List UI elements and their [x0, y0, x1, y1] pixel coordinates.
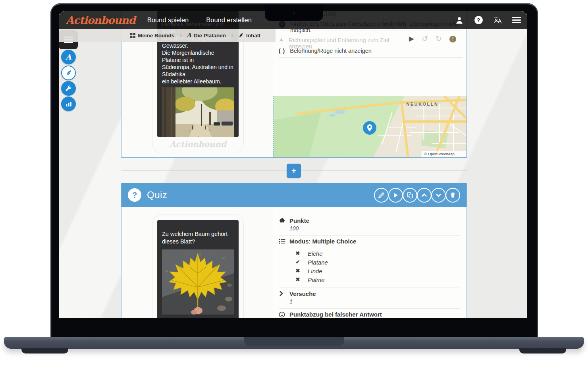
laptop-foot: [519, 348, 566, 353]
attempts-label: Versuche: [289, 290, 461, 297]
quiz-title: Quiz: [147, 189, 167, 201]
answer-options: ✖ Eiche ✔ Platane ✖ Linde: [289, 249, 461, 284]
cross-icon: ✖: [295, 276, 301, 282]
delete-button[interactable]: [445, 188, 460, 203]
mode-row: Modus: Multiple Choice ✖ Eiche ✔ Platane: [279, 236, 461, 288]
cross-icon: ✖: [295, 268, 301, 274]
check-icon: ✔: [295, 259, 301, 265]
navbar-menu-icon[interactable]: [512, 16, 521, 25]
camera-dot: [293, 12, 295, 14]
divider: [279, 31, 463, 31]
location-arrow-icon: [279, 37, 284, 43]
quiz-question-text: Zu welchem Baum gehört dieses Blatt?: [162, 230, 234, 245]
quiz-body: Zu welchem Baum gehört dieses Blatt?: [121, 207, 467, 318]
list-icon: [279, 238, 285, 246]
setting-text: Belohnung/Rüge nicht anzeigen: [290, 48, 372, 54]
points-value: 100: [289, 225, 461, 232]
sidebar-content-button[interactable]: [61, 66, 76, 80]
laptop-base-notch: [244, 337, 344, 346]
move-down-button[interactable]: [431, 188, 446, 203]
phone-text-line: Südeuropa, Australien und in Südafrika: [162, 64, 234, 78]
map-widget[interactable]: NEUKÖLLN © OpenStreetMap: [273, 96, 467, 158]
breadcrumb-label: Inhalt: [246, 33, 260, 39]
laptop-foot: [21, 348, 68, 353]
map-attribution: © OpenStreetMap: [424, 152, 454, 156]
bar-chart-icon: [66, 101, 72, 107]
mode-label: Modus: Multiple Choice: [289, 238, 461, 245]
setting-no-reward: ( ) Belohnung/Rüge nicht anzeigen: [279, 48, 463, 54]
divider: [279, 57, 463, 58]
quiz-settings-panel: Punkte 100 Modus: Multiple Choice ✖: [273, 207, 467, 318]
quiz-action-buttons: [374, 188, 460, 203]
actionbound-watermark: Actionbound: [152, 139, 243, 149]
chevron-separator-icon: [178, 33, 182, 37]
add-element-button[interactable]: +: [287, 164, 301, 178]
map-place-label: NEUKÖLLN: [407, 102, 439, 106]
edit-button[interactable]: [374, 188, 389, 203]
breadcrumb: Meine Bounds A Die Platanen Inhalt: [59, 29, 276, 42]
leaf-photo: [162, 249, 234, 315]
laptop-base: [4, 337, 584, 349]
option-label: Palme: [308, 276, 325, 283]
piggy-bank-icon: [279, 218, 286, 225]
map-pin-marker[interactable]: [363, 121, 376, 135]
grid-icon: [130, 33, 135, 38]
laptop-mockup: Vorderasien bis in den westlichen Himala…: [0, 0, 588, 367]
browser-viewport: Vorderasien bis in den westlichen Himala…: [59, 11, 527, 318]
warning-circle-icon[interactable]: !: [449, 36, 456, 42]
meh-face-icon: [279, 311, 285, 318]
feather-icon: [238, 33, 244, 38]
phone-text-line: Die Morgenländische Platane ist in: [162, 49, 234, 64]
breadcrumb-inhalt[interactable]: Inhalt: [238, 33, 260, 39]
translate-icon[interactable]: [493, 16, 502, 25]
bound-a-icon: A: [66, 53, 71, 61]
answer-option-wrong: ✖ Palme: [295, 275, 461, 284]
undo-icon[interactable]: ↺: [422, 34, 428, 43]
parentheses-icon: ( ): [279, 48, 285, 54]
laptop-lid: Vorderasien bis in den westlichen Himala…: [50, 3, 538, 338]
duplicate-button[interactable]: [403, 188, 417, 203]
element-action-icons: ▶ ↺ ↻ !: [409, 34, 456, 43]
cross-icon: ✖: [295, 250, 301, 256]
redo-icon[interactable]: ↻: [436, 34, 442, 43]
quiz-header: ? Quiz: [121, 183, 467, 207]
preview-play-icon[interactable]: ▶: [409, 35, 414, 43]
option-label: Eiche: [308, 250, 323, 257]
camera-notch: [265, 4, 323, 21]
phone-preview-quiz: Zu welchem Baum gehört dieses Blatt?: [152, 214, 243, 318]
user-icon[interactable]: [455, 16, 464, 25]
tree-alley-photo: [162, 87, 234, 137]
points-row: Punkte 100: [279, 215, 461, 235]
sidebar-bound-button[interactable]: ? A: [61, 50, 76, 64]
answer-option-wrong: ✖ Linde: [295, 267, 461, 275]
sidebar-stats-button[interactable]: [61, 97, 76, 111]
actionbound-logo[interactable]: Actionbound: [66, 14, 135, 26]
breadcrumb-meine-bounds[interactable]: Meine Bounds: [130, 33, 174, 39]
nav-item-bound-erstellen[interactable]: Bound erstellen: [206, 16, 252, 24]
move-up-button[interactable]: [417, 188, 432, 203]
points-label: Punkte: [289, 217, 461, 224]
attempts-row: Versuche 1: [279, 288, 461, 308]
help-icon[interactable]: ?: [474, 16, 483, 25]
nav-item-bound-spielen[interactable]: Bound spielen: [147, 16, 189, 24]
breadcrumb-die-platanen[interactable]: A Die Platanen: [187, 32, 226, 39]
divider: [279, 44, 463, 44]
chevron-right-icon: [279, 291, 283, 298]
bound-a-icon: A: [187, 32, 191, 39]
feather-icon: [65, 70, 72, 77]
quiz-question-icon: ?: [128, 188, 141, 202]
option-label: Platane: [308, 259, 328, 266]
breadcrumb-label: Die Platanen: [194, 33, 226, 39]
element-card-quiz: ? Quiz: [121, 183, 467, 318]
chevron-separator-icon: [229, 33, 233, 37]
wrench-icon: [65, 85, 72, 92]
phone-text-line: ein beliebter Alleebaum.: [162, 78, 234, 85]
phone-screen: Zu welchem Baum gehört dieses Blatt?: [157, 220, 239, 318]
location-settings-panel: 2332 ! Finden des Ortes zum Fortsetzen e…: [273, 11, 467, 157]
sidebar-settings-button[interactable]: [61, 81, 76, 96]
answer-option-correct: ✔ Platane: [295, 258, 461, 267]
penalty-label: Punktabzug bei falscher Antwort: [289, 311, 461, 318]
penalty-row: Punktabzug bei falscher Antwort 10: [279, 309, 461, 318]
play-preview-button[interactable]: [388, 188, 403, 203]
answer-option-wrong: ✖ Eiche: [295, 249, 461, 258]
